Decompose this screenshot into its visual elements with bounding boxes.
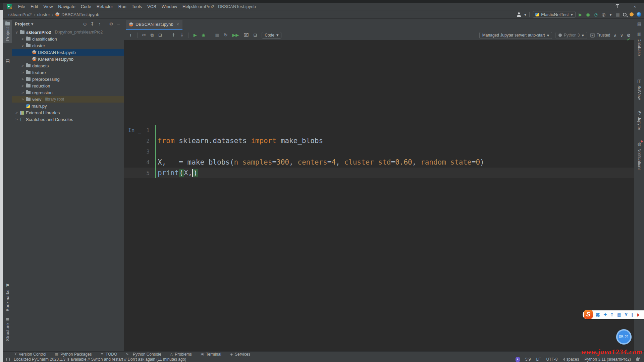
sidebar-tab-project[interactable]: Project (3, 20, 12, 43)
skin-icon[interactable]: Y (625, 312, 628, 317)
breadcrumb-item-dbscantest-ipynb[interactable]: DBSCANTest.ipynb (61, 12, 99, 17)
add-cell-button[interactable]: + (129, 33, 132, 38)
lang-toggle-icon[interactable]: 英 (596, 312, 600, 318)
tree-item-feature[interactable]: >feature (12, 69, 124, 76)
stop-icon[interactable]: ■ (616, 12, 620, 17)
pycharm-logo-icon[interactable]: PC (7, 4, 12, 9)
project-panel-title[interactable]: Project (15, 21, 30, 26)
run-all-button[interactable]: ▶▶ (232, 33, 239, 38)
clip-icon[interactable]: ◗ (637, 312, 639, 317)
move-cell-down-button[interactable]: ↓ (180, 33, 184, 38)
file-encoding[interactable]: UTF-8 (546, 357, 557, 362)
debug-cell-button[interactable]: ◉ (202, 33, 205, 38)
tree-item-scratches-and-consoles[interactable]: >Scratches and Consoles (12, 116, 124, 123)
caret-position[interactable]: 5:9 (525, 357, 531, 362)
services-button[interactable]: ◈Services (230, 352, 250, 357)
chevron-right-icon[interactable]: > (21, 84, 24, 88)
chevron-right-icon[interactable]: > (21, 90, 24, 95)
menu-file[interactable]: File (15, 3, 28, 10)
globe-icon[interactable] (637, 12, 641, 17)
settings-icon[interactable]: ⚙ (109, 21, 113, 26)
run-cell-button[interactable]: ▶ (194, 33, 197, 38)
move-cell-up-button[interactable]: ↑ (172, 33, 175, 38)
python-packages-button[interactable]: ▦Python Packages (55, 352, 92, 357)
inspections-ok-icon[interactable]: ✓ (627, 36, 631, 42)
tree-item-regression[interactable]: >regression (12, 89, 124, 96)
chevron-right-icon[interactable]: > (15, 117, 18, 121)
plugin-chip-icon[interactable]: ✦ (516, 357, 520, 362)
sidebar-tab-structure[interactable]: ≣ Structure (3, 316, 12, 341)
menu-vcs[interactable]: VCS (145, 3, 159, 10)
layout-tab[interactable]: ▤ (634, 21, 644, 26)
previous-cell-button[interactable]: ∧ (613, 33, 617, 38)
toolbox-icon[interactable]: ‖ (631, 312, 633, 317)
notifications-tab[interactable]: ◍Notifications (634, 141, 644, 170)
trusted-toggle[interactable]: ✓ Trusted (590, 33, 610, 38)
cut-cell-button[interactable]: ✂ (142, 33, 146, 38)
collapse-all-icon[interactable]: ÷ (98, 21, 102, 26)
scroll-from-source-icon[interactable]: ↧ (91, 21, 94, 26)
tree-item-kmeanstest-ipynb[interactable]: KMeansTest.ipynb (12, 56, 124, 62)
close-button[interactable]: × (626, 4, 644, 9)
locate-file-icon[interactable]: ⊙ (83, 21, 87, 26)
tab-dbscantest-ipynb[interactable]: DBSCANTest.ipynb × (126, 20, 182, 30)
delete-cell-button[interactable]: ⊟ (253, 33, 257, 38)
tree-item-datasets[interactable]: >datasets (12, 62, 124, 69)
code-line-3[interactable] (158, 146, 631, 157)
sidebar-tab-bookmarks[interactable]: ⚑ Bookmarks (3, 283, 12, 311)
chevron-down-icon[interactable]: ∨ (21, 44, 24, 48)
tree-item-reduction[interactable]: >reduction (12, 82, 124, 89)
todo-button[interactable]: ≡TODO (101, 352, 117, 357)
user-dropdown-arrow-icon[interactable]: ▾ (524, 12, 527, 17)
menu-navigate[interactable]: Navigate (55, 3, 78, 10)
chevron-down-icon[interactable]: ∨ (15, 30, 18, 35)
code-cell[interactable]: from sklearn.datasets import make_blobsX… (158, 125, 631, 178)
menu-window[interactable]: Window (159, 3, 180, 10)
menu-view[interactable]: View (41, 3, 55, 10)
restore-button[interactable] (607, 4, 626, 9)
paste-cell-button[interactable]: ⊡ (158, 33, 162, 38)
menu-run[interactable]: Run (116, 3, 129, 10)
breadcrumb-item-sklearnpro2[interactable]: sklearnPro2 (8, 12, 32, 17)
chevron-right-icon[interactable]: > (21, 37, 24, 41)
tree-item-preprocessing[interactable]: >preprocessing (12, 76, 124, 82)
code-line-1[interactable] (158, 125, 631, 135)
update-icon[interactable] (630, 12, 634, 16)
python-interpreter[interactable]: Python 3.11 (sklearnPro2) (584, 357, 631, 362)
menu-refactor[interactable]: Refactor (94, 3, 116, 10)
cursor-icon[interactable]: ✚ (603, 312, 607, 317)
clear-outputs-button[interactable]: ⌧ (244, 33, 249, 38)
tree-item-sklearnpro2[interactable]: ∨sklearnPro2D:\python_pro\sklearnPro2 (12, 29, 124, 36)
sogou-logo-icon[interactable]: S (584, 310, 593, 319)
chevron-right-icon[interactable]: > (21, 64, 24, 68)
run-icon[interactable]: ▶ (579, 12, 582, 17)
restart-kernel-button[interactable]: ↻ (224, 33, 227, 38)
trusted-checkbox[interactable]: ✓ (590, 33, 595, 38)
version-control-button[interactable]: YVersion Control (14, 352, 46, 357)
tree-item-external-libraries[interactable]: >External Libraries (12, 109, 124, 116)
line-separator[interactable]: LF (536, 357, 541, 362)
cell-type-select[interactable]: Code ▾ (262, 32, 281, 39)
indent-style[interactable]: 4 spaces (563, 357, 579, 362)
close-tab-icon[interactable]: × (177, 22, 179, 27)
menu-edit[interactable]: Edit (28, 3, 41, 10)
chevron-down-icon[interactable]: ▾ (31, 21, 34, 26)
tree-item-cluster[interactable]: ∨cluster (12, 42, 124, 49)
chevron-right-icon[interactable]: > (15, 111, 18, 115)
commit-tab-icon[interactable]: ▤ (6, 58, 10, 63)
terminal-button[interactable]: ▣Terminal (201, 352, 221, 357)
keyboard-icon[interactable]: ▦ (617, 312, 621, 317)
jupyter-variables-tab[interactable]: ◔Jupyter (634, 110, 644, 130)
breadcrumb-item-cluster[interactable]: cluster (37, 12, 50, 17)
jupyter-server-select[interactable]: Managed Jupyter server: auto-start ▾ (479, 32, 552, 39)
profiler-icon[interactable]: ◔ (594, 12, 597, 17)
database-tab[interactable]: ▥Database (634, 32, 644, 56)
hide-panel-icon[interactable]: − (117, 21, 120, 26)
mic-icon[interactable]: ⚲ (610, 312, 613, 317)
debug-icon[interactable]: ◉ (586, 12, 590, 17)
coverage-arrow-icon[interactable]: ▾ (609, 12, 612, 17)
next-cell-button[interactable]: ∨ (620, 33, 624, 38)
sciview-tab[interactable]: ◫SciView (634, 78, 644, 100)
run-config-select[interactable]: ElasticNetTest ▾ (533, 11, 576, 18)
menu-tools[interactable]: Tools (129, 3, 145, 10)
